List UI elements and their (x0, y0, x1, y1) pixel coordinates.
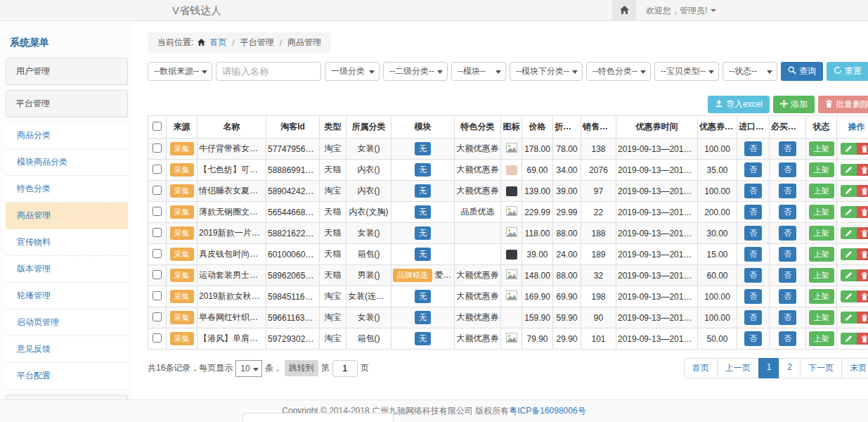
edit-button[interactable] (841, 269, 857, 281)
delete-button[interactable] (857, 248, 868, 260)
sidebar-subitem-意见反馈[interactable]: 意见反馈 (6, 336, 128, 363)
status-button[interactable]: 上架 (809, 247, 834, 262)
must-buy-toggle-button[interactable]: 否 (779, 289, 796, 304)
import-toggle-button[interactable]: 否 (744, 268, 762, 283)
status-button[interactable]: 上架 (809, 331, 834, 346)
edit-button[interactable] (841, 312, 857, 324)
must-buy-toggle-button[interactable]: 否 (779, 226, 796, 241)
per-page-select[interactable]: 10 (235, 360, 261, 377)
must-buy-toggle-button[interactable]: 否 (779, 141, 796, 156)
delete-button[interactable] (857, 206, 868, 218)
status-button[interactable]: 上架 (809, 205, 834, 219)
sidebar-subitem-平台配置[interactable]: 平台配置 (6, 363, 128, 390)
import-toggle-button[interactable]: 否 (744, 310, 762, 325)
row-checkbox[interactable] (153, 291, 162, 300)
sidebar-subitem-版本管理[interactable]: 版本管理 (6, 256, 128, 283)
delete-button[interactable] (857, 164, 868, 176)
edit-button[interactable] (841, 164, 857, 176)
edit-button[interactable] (841, 290, 857, 302)
sidebar-subitem-商品分类[interactable]: 商品分类 (6, 122, 128, 149)
home-button[interactable] (612, 0, 636, 21)
edit-button[interactable] (841, 333, 857, 345)
delete-button[interactable] (857, 269, 868, 281)
sidebar-subitem-商品管理[interactable]: 商品管理 (6, 203, 128, 229)
edit-button[interactable] (841, 185, 857, 197)
import-toggle-button[interactable]: 否 (744, 247, 762, 262)
delete-button[interactable] (857, 185, 868, 197)
pager-button-下一页[interactable]: 下一页 (800, 358, 842, 378)
must-buy-toggle-button[interactable]: 否 (779, 184, 796, 198)
sidebar-item-平台管理[interactable]: 平台管理 (6, 90, 128, 117)
pager-button-末页[interactable]: 末页 (841, 358, 868, 378)
delete-button[interactable] (857, 290, 868, 302)
row-checkbox[interactable] (153, 249, 162, 258)
status-button[interactable]: 上架 (809, 184, 834, 198)
filter-select-状态[interactable]: --状态-- (723, 62, 777, 81)
sidebar-subitem-轮播管理[interactable]: 轮播管理 (6, 283, 128, 309)
status-button[interactable]: 上架 (809, 226, 834, 241)
import-toggle-button[interactable]: 否 (744, 184, 762, 198)
status-button[interactable]: 上架 (809, 162, 834, 177)
must-buy-toggle-button[interactable]: 否 (779, 162, 796, 177)
sidebar-subitem-特色分类[interactable]: 特色分类 (6, 176, 128, 203)
filter-select-一级分类[interactable]: 一级分类 (325, 62, 380, 81)
row-checkbox[interactable] (153, 312, 162, 321)
filter-select-数据来源[interactable]: --数据来源-- (148, 62, 212, 81)
filter-select-特色分类[interactable]: --特色分类-- (586, 62, 651, 81)
name-search-input[interactable] (216, 62, 321, 81)
import-toggle-button[interactable]: 否 (744, 289, 762, 304)
pager-button-首页[interactable]: 首页 (684, 358, 718, 378)
edit-button[interactable] (841, 248, 857, 260)
status-button[interactable]: 上架 (809, 268, 834, 283)
delete-button[interactable] (857, 227, 868, 239)
select-all-checkbox[interactable] (153, 122, 162, 131)
import-toggle-button[interactable]: 否 (744, 141, 762, 156)
pager-button-1[interactable]: 1 (758, 358, 780, 378)
status-button[interactable]: 上架 (809, 141, 834, 156)
filter-select-二级分类[interactable]: --二级分类-- (383, 62, 448, 81)
row-checkbox[interactable] (153, 165, 162, 174)
breadcrumb-home-link[interactable]: 首页 (209, 37, 226, 49)
icp-link[interactable]: 粤ICP备16098006号 (509, 405, 585, 417)
filter-select-模块下分类[interactable]: --模块下分类-- (510, 62, 583, 81)
edit-button[interactable] (841, 143, 857, 155)
user-menu[interactable]: 欢迎您，管理员! (636, 0, 868, 21)
status-button[interactable]: 上架 (809, 310, 834, 325)
sidebar-item-用户管理[interactable]: 用户管理 (6, 58, 128, 85)
row-checkbox[interactable] (153, 186, 162, 195)
import-excel-button[interactable]: 导入excel (708, 96, 770, 113)
import-toggle-button[interactable]: 否 (744, 205, 762, 219)
must-buy-toggle-button[interactable]: 否 (779, 205, 796, 219)
edit-button[interactable] (841, 206, 857, 218)
row-checkbox[interactable] (153, 228, 162, 237)
reset-button[interactable]: 重置 (827, 62, 868, 81)
batch-delete-button[interactable]: 批量删除 (818, 96, 868, 113)
filter-select-宝贝类型[interactable]: --宝贝类型-- (654, 62, 719, 81)
row-checkbox[interactable] (153, 143, 162, 153)
row-checkbox[interactable] (153, 207, 162, 216)
must-buy-toggle-button[interactable]: 否 (779, 310, 796, 325)
edit-button[interactable] (841, 227, 857, 239)
must-buy-toggle-button[interactable]: 否 (779, 331, 796, 346)
must-buy-toggle-button[interactable]: 否 (779, 247, 796, 262)
must-buy-toggle-button[interactable]: 否 (779, 268, 796, 283)
delete-button[interactable] (857, 143, 868, 155)
sidebar-subitem-启动页管理[interactable]: 启动页管理 (6, 309, 128, 336)
row-checkbox[interactable] (153, 270, 162, 279)
jump-button[interactable]: 跳转到 (285, 360, 318, 376)
sidebar-subitem-模块商品分类[interactable]: 模块商品分类 (6, 149, 128, 176)
import-toggle-button[interactable]: 否 (744, 226, 762, 241)
import-toggle-button[interactable]: 否 (744, 162, 762, 177)
search-button[interactable]: 查询 (781, 62, 823, 81)
delete-button[interactable] (857, 333, 868, 345)
sidebar-subitem-宣传物料[interactable]: 宣传物料 (6, 229, 128, 256)
status-button[interactable]: 上架 (809, 289, 834, 304)
delete-button[interactable] (857, 312, 868, 324)
row-checkbox[interactable] (153, 333, 162, 343)
jump-page-input[interactable] (332, 360, 358, 377)
import-toggle-button[interactable]: 否 (744, 331, 762, 346)
pager-button-2[interactable]: 2 (779, 358, 801, 378)
pager-button-上一页[interactable]: 上一页 (717, 358, 759, 378)
add-button[interactable]: 添加 (773, 96, 815, 113)
filter-select-模块[interactable]: --模块-- (451, 62, 506, 81)
